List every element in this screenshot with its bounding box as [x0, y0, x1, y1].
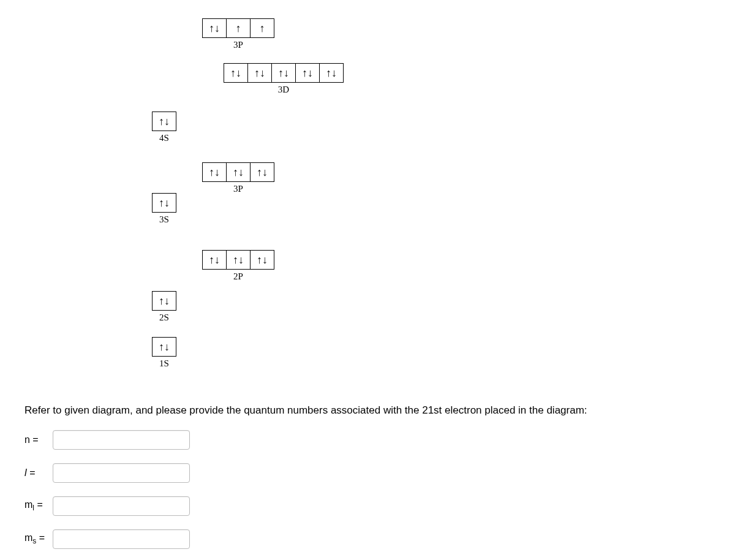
orbital-label: 4S [152, 133, 176, 143]
orbital-label: 3P [202, 40, 274, 50]
orbital-boxes [202, 250, 274, 270]
orbital-3d: 3D [224, 63, 344, 95]
label-l: l = [24, 467, 49, 479]
orbital-label: 3S [152, 214, 176, 225]
electron-pair-icon [233, 167, 244, 178]
orbital-4s: 4S [152, 112, 176, 143]
electron-pair-icon [209, 167, 220, 178]
electron-pair-icon [159, 197, 170, 208]
electron-pair-icon [257, 167, 268, 178]
orbital-label: 2S [152, 312, 176, 323]
orbital-box [203, 163, 226, 181]
orbital-box [295, 64, 319, 82]
label-ms: ms = [24, 532, 49, 545]
electron-up-icon [260, 23, 265, 34]
input-l[interactable] [53, 463, 190, 483]
orbital-boxes [152, 193, 176, 213]
electron-pair-icon [278, 67, 289, 78]
orbital-2p: 2P [202, 250, 274, 282]
orbital-box [203, 251, 226, 269]
electron-pair-icon [159, 341, 170, 352]
electron-pair-icon [233, 254, 244, 265]
orbital-box [226, 251, 250, 269]
orbital-2s: 2S [152, 291, 176, 323]
electron-pair-icon [326, 67, 337, 78]
orbital-box [153, 292, 176, 310]
orbital-box [250, 163, 274, 181]
orbital-label: 3D [224, 85, 344, 95]
orbital-boxes [202, 18, 274, 38]
input-ms[interactable] [53, 529, 190, 549]
orbital-boxes [152, 112, 176, 131]
orbital-boxes [202, 162, 274, 182]
orbital-boxes [224, 63, 344, 83]
orbital-label: 3P [202, 184, 274, 194]
input-row-ms: ms = [24, 529, 710, 549]
electron-up-icon [236, 23, 241, 34]
electron-pair-icon [209, 254, 220, 265]
orbital-box [226, 19, 250, 37]
orbital-label: 1S [152, 358, 176, 369]
question-text: Refer to given diagram, and please provi… [24, 404, 710, 417]
electron-pair-icon [209, 23, 220, 34]
input-row-n: n = [24, 430, 710, 450]
label-n: n = [24, 434, 49, 445]
electron-pair-icon [302, 67, 313, 78]
orbital-box [203, 19, 226, 37]
electron-pair-icon [159, 116, 170, 127]
input-ml[interactable] [53, 496, 190, 516]
orbital-boxes [152, 291, 176, 311]
orbital-box [153, 112, 176, 131]
orbital-box [226, 163, 250, 181]
orbital-box [319, 64, 343, 82]
orbital-label: 2P [202, 271, 274, 282]
electron-pair-icon [159, 295, 170, 306]
electron-pair-icon [254, 67, 265, 78]
input-n[interactable] [53, 430, 190, 450]
orbital-box [153, 194, 176, 212]
electron-pair-icon [257, 254, 268, 265]
label-ml: ml = [24, 499, 49, 512]
input-row-l: l = [24, 463, 710, 483]
orbital-diagram: 3P 3D 4S 3P 3S [147, 18, 576, 386]
orbital-box [250, 19, 274, 37]
input-row-ml: ml = [24, 496, 710, 516]
orbital-3s: 3S [152, 193, 176, 225]
orbital-1s: 1S [152, 337, 176, 369]
orbital-box [224, 64, 247, 82]
orbital-3p-top: 3P [202, 18, 274, 50]
orbital-box [250, 251, 274, 269]
orbital-box [247, 64, 271, 82]
orbital-boxes [152, 337, 176, 357]
orbital-box [271, 64, 295, 82]
electron-pair-icon [230, 67, 241, 78]
orbital-box [153, 338, 176, 356]
orbital-3p-mid: 3P [202, 162, 274, 194]
